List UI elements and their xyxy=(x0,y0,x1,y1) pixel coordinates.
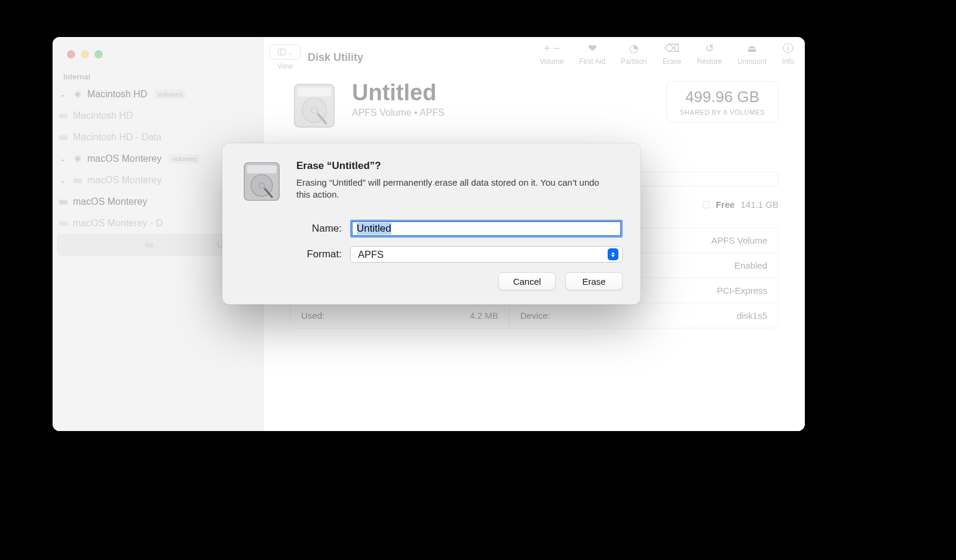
erase-dialog: Erase “Untitled”? Erasing “Untitled” wil… xyxy=(222,143,641,304)
dialog-hdd-icon xyxy=(240,160,283,203)
name-input[interactable] xyxy=(350,220,623,238)
disk-utility-window: Internal ⌄ Macintosh HD volumes Macintos… xyxy=(53,37,805,431)
erase-button[interactable]: Erase xyxy=(565,272,623,290)
name-field-label: Name: xyxy=(240,223,342,235)
cancel-button[interactable]: Cancel xyxy=(498,272,556,290)
format-select-value: APFS xyxy=(358,249,384,260)
format-select[interactable]: APFS xyxy=(350,246,623,263)
dialog-body: Erasing “Untitled” will permanently eras… xyxy=(296,177,601,201)
dialog-title: Erase “Untitled”? xyxy=(296,160,601,172)
select-stepper-icon xyxy=(608,248,618,260)
format-field-label: Format: xyxy=(240,248,342,260)
